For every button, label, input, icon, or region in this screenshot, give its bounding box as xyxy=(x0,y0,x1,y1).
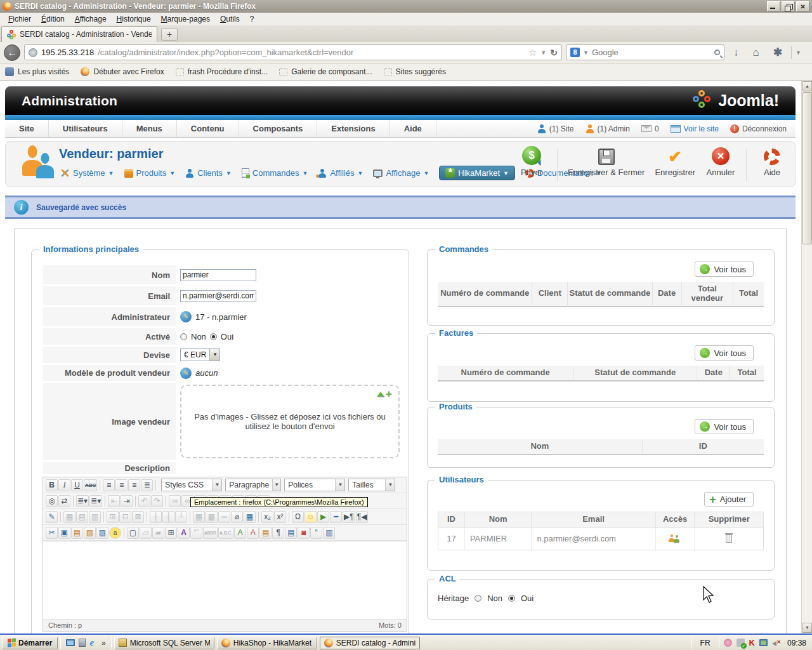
style-props-icon[interactable]: A xyxy=(178,527,190,539)
google-engine-icon[interactable]: 8 xyxy=(570,48,580,57)
network-icon[interactable] xyxy=(759,639,768,646)
internet-explorer-icon[interactable]: e xyxy=(89,637,94,648)
menu-produits[interactable]: Produits▼ xyxy=(124,168,176,178)
toggle-invisible-icon[interactable]: ▢ xyxy=(127,527,139,539)
row-after-icon[interactable]: ⊟ xyxy=(119,511,131,523)
heritage-yes-radio[interactable] xyxy=(508,595,515,602)
col-date[interactable]: Date xyxy=(653,282,682,307)
taskbar-window-serdi[interactable]: SERDI catalog - Administ... xyxy=(320,637,420,649)
iframe-icon[interactable]: ▥ xyxy=(323,527,335,539)
admin-menu-composants[interactable]: Composants xyxy=(239,120,318,137)
subscript-icon[interactable]: x₂ xyxy=(261,511,273,523)
add-image-icon[interactable]: + xyxy=(386,390,392,399)
scrollbar-thumb[interactable] xyxy=(802,92,812,244)
abbr-icon[interactable]: ABBR xyxy=(203,527,218,539)
ltr-icon[interactable]: ▶¶ xyxy=(343,511,355,523)
ruler-icon[interactable]: ━ xyxy=(330,511,342,523)
engine-dropdown-icon[interactable]: ▼ xyxy=(583,50,589,56)
italic-icon[interactable]: I xyxy=(58,479,70,491)
find-replace-icon[interactable]: ⇄ xyxy=(58,495,70,507)
cite-icon[interactable]: “” xyxy=(190,527,202,539)
bookmark-getting-started[interactable]: Débuter avec Firefox xyxy=(81,67,164,76)
menu-clients[interactable]: Clients▼ xyxy=(185,168,232,178)
menu-marque-pages[interactable]: Marque-pages xyxy=(157,13,214,25)
col-id[interactable]: ID xyxy=(643,439,764,455)
insert-layer-icon[interactable]: ⊞ xyxy=(165,527,177,539)
media-icon[interactable]: ▶ xyxy=(317,511,329,523)
cancel-button[interactable]: ✕Annuler xyxy=(705,146,736,177)
sizes-select[interactable]: Tailles▼ xyxy=(348,479,395,491)
save-close-button[interactable]: Enregistrer & Fermer xyxy=(568,146,645,177)
voir-tous-commandes-button[interactable]: Voir tous xyxy=(695,262,754,277)
search-bar[interactable]: 8 ▼ xyxy=(566,44,724,60)
superscript-icon[interactable]: x² xyxy=(274,511,286,523)
menu-outils[interactable]: Outils xyxy=(216,13,244,25)
col-statut-commande[interactable]: Statut de commande xyxy=(568,282,652,307)
visual-chars-icon[interactable]: ¶ xyxy=(272,527,284,539)
col-after-icon[interactable]: ┤ xyxy=(162,511,174,523)
table-row-props-icon[interactable]: ▤ xyxy=(76,511,88,523)
admin-menu-aide[interactable]: Aide xyxy=(390,120,436,137)
table-cell-props-icon[interactable]: ▥ xyxy=(89,511,101,523)
home-icon[interactable]: ⌂ xyxy=(748,46,764,59)
col-total[interactable]: Total xyxy=(733,282,764,307)
voir-tous-produits-button[interactable]: Voir tous xyxy=(695,419,754,434)
align-right-icon[interactable]: ≡ xyxy=(128,479,140,491)
admin-menu-utilisateurs[interactable]: Utilisateurs xyxy=(49,120,122,137)
bookmark-most-visited[interactable]: Les plus visités xyxy=(5,67,69,76)
redo-icon[interactable]: ↷ xyxy=(151,495,163,507)
nom-input[interactable] xyxy=(180,269,256,281)
copy-icon[interactable]: ▣ xyxy=(58,527,70,539)
hr-icon[interactable]: ─ xyxy=(218,511,230,523)
logout-link[interactable]: !Déconnexion xyxy=(730,124,787,133)
menu-fichier[interactable]: Fichier xyxy=(4,13,36,25)
menu-hikamarket[interactable]: *HikaMarket▼ xyxy=(439,166,515,180)
undo-icon[interactable]: ↶ xyxy=(138,495,150,507)
paste-icon[interactable]: ▤ xyxy=(71,527,83,539)
split-cells-icon[interactable]: ▦ xyxy=(193,511,205,523)
admin-menu-contenu[interactable]: Contenu xyxy=(177,120,239,137)
menu-affichage[interactable]: Affichage▼ xyxy=(373,168,429,178)
messages-count[interactable]: 0 xyxy=(641,124,659,133)
reload-icon[interactable]: ↻ xyxy=(550,48,558,58)
taskbar-window-hikashop[interactable]: HikaShop - HikaMarket é... xyxy=(217,637,317,649)
bookmark-star-icon[interactable]: ☆ xyxy=(528,47,537,58)
admin-menu-menus[interactable]: Menus xyxy=(122,120,177,137)
show-desktop-icon[interactable] xyxy=(66,639,75,646)
search-input[interactable] xyxy=(592,48,711,57)
attribs-icon[interactable]: ▤ xyxy=(259,527,272,539)
select-arrow-icon[interactable]: ▼ xyxy=(209,349,219,361)
menu-edition[interactable]: Édition xyxy=(37,13,69,25)
layer-front-icon[interactable]: ▰ xyxy=(152,527,164,539)
col-numero-commande[interactable]: Numéro de commande xyxy=(438,366,573,381)
col-email[interactable]: Email xyxy=(532,512,655,527)
scroll-down-icon[interactable]: ▼ xyxy=(802,623,812,633)
menu-historique[interactable]: Historique xyxy=(112,13,155,25)
trash-icon[interactable] xyxy=(726,534,732,543)
server-shortcut-icon[interactable] xyxy=(79,639,86,647)
row-before-icon[interactable]: ⊞ xyxy=(107,511,119,523)
col-total[interactable]: Total xyxy=(730,366,764,381)
save-button[interactable]: ✔Enregistrer xyxy=(655,146,695,177)
pay-button[interactable]: $Payer xyxy=(516,146,547,177)
strikethrough-icon[interactable]: ABC xyxy=(84,479,97,491)
restore-button[interactable] xyxy=(782,1,795,11)
cut-icon[interactable]: ✂ xyxy=(46,527,58,539)
kaspersky-icon[interactable]: K xyxy=(749,638,755,647)
ajouter-button[interactable]: +Ajouter xyxy=(704,492,754,507)
special-char-icon[interactable]: Ω xyxy=(292,511,304,523)
logged-site-count[interactable]: (1) Site xyxy=(537,124,574,133)
bookmark-sites-suggeres[interactable]: Sites suggérés xyxy=(384,67,446,76)
underline-icon[interactable]: U xyxy=(71,479,83,491)
view-site-link[interactable]: Voir le site xyxy=(671,124,719,133)
numbered-list-icon[interactable]: ≣▾ xyxy=(89,495,102,507)
col-supprimer[interactable]: Supprimer xyxy=(695,512,763,527)
menu-commandes[interactable]: Commandes▼ xyxy=(242,168,308,178)
search-icon[interactable] xyxy=(714,50,720,55)
menu-aide[interactable]: ? xyxy=(246,13,259,25)
page-scrollbar[interactable]: ▲ ▼ xyxy=(801,81,812,633)
paragraph-select[interactable]: Paragraphe▼ xyxy=(225,479,281,491)
taskbar-window-sql[interactable]: Microsoft SQL Server Ma... xyxy=(114,637,214,649)
col-acces[interactable]: Accès xyxy=(656,512,695,527)
bookmark-galerie[interactable]: Galerie de composant... xyxy=(279,67,372,76)
